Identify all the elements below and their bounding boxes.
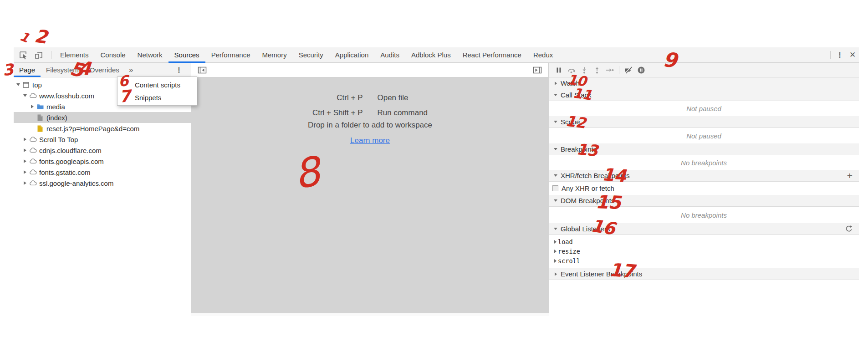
section-label: Scope (561, 118, 580, 126)
section-watch[interactable]: Watch (549, 77, 859, 89)
listener-resize[interactable]: resize (549, 246, 859, 256)
file-icon (36, 114, 45, 121)
tab-memory[interactable]: Memory (256, 47, 293, 63)
tab-security[interactable]: Security (293, 47, 329, 63)
tab-sources[interactable]: Sources (168, 47, 205, 63)
menu-item-snippets[interactable]: Snippets (117, 91, 197, 104)
more-options-icon[interactable]: ⋮ (833, 49, 846, 61)
drop-hint-text: Drop in a folder to add to workspace (308, 121, 432, 130)
expanded-arrow-icon (552, 226, 559, 232)
tab-elements[interactable]: Elements (54, 47, 95, 63)
collapsed-arrow-icon (22, 147, 28, 153)
pause-on-exceptions-icon[interactable] (635, 64, 648, 76)
section-event-listener-breakpoints[interactable]: Event Listener Breakpoints (549, 268, 859, 280)
collapsed-arrow-icon (22, 136, 28, 143)
editor-status-strip (191, 313, 549, 316)
tab-performance[interactable]: Performance (205, 47, 256, 63)
xhr-breakpoints-body: Any XHR or fetch (549, 182, 859, 195)
call-stack-body: Not paused (549, 101, 859, 116)
listener-load[interactable]: load (549, 237, 859, 246)
tree-item-index[interactable]: (index) (14, 112, 191, 123)
annotation-1: 1 (18, 30, 31, 45)
close-devtools-icon[interactable]: ✕ (846, 49, 859, 61)
device-toolbar-icon[interactable] (33, 49, 45, 61)
expanded-arrow-icon (552, 146, 559, 153)
tree-item-fonts-gstatic-com[interactable]: fonts.gstatic.com (14, 167, 191, 178)
step-out-icon[interactable] (591, 64, 603, 76)
tab-audits[interactable]: Audits (374, 47, 405, 63)
inspect-element-icon[interactable] (17, 49, 29, 61)
breakpoints-body: No breakpoints (549, 155, 859, 170)
section-label: Watch (561, 79, 580, 87)
tree-item-label: Scroll To Top (39, 136, 78, 143)
navigator-pane: top www.fosshub.com media (14, 77, 191, 316)
scope-body: Not paused (549, 128, 859, 143)
tree-item-cdnjs-cloudflare-com[interactable]: cdnjs.cloudflare.com (14, 145, 191, 156)
step-over-icon[interactable] (565, 64, 578, 76)
toolbar-divider (619, 66, 619, 74)
more-tabs-chevron-icon[interactable]: » (125, 64, 138, 76)
tree-item-ssl-google-analytics-com[interactable]: ssl.google-analytics.com (14, 178, 191, 189)
refresh-global-listeners-icon[interactable] (845, 225, 853, 233)
tab-filesystem[interactable]: Filesystem (41, 63, 84, 77)
tab-adblock-plus[interactable]: Adblock Plus (405, 47, 457, 63)
tab-console[interactable]: Console (95, 47, 132, 63)
tree-item-label: reset.js?p=HomePage&d=com (46, 125, 139, 133)
collapsed-arrow-icon (29, 103, 36, 110)
tree-item-fonts-googleapis-com[interactable]: fonts.googleapis.com (14, 156, 191, 167)
shortcut-list: Ctrl + P Open file Ctrl + Shift + P Run … (312, 90, 428, 120)
hide-navigator-icon[interactable] (196, 64, 209, 76)
section-dom-breakpoints[interactable]: DOM Breakpoints (549, 195, 859, 207)
cloud-icon (28, 169, 37, 175)
tree-item-label: ssl.google-analytics.com (39, 179, 113, 187)
sub-toolbar-row: Page Filesystem Overrides » ⋮ (14, 63, 859, 77)
section-label: Breakpoints (561, 145, 597, 153)
tree-item-label: top (32, 81, 42, 89)
shortcut-action: Run command (377, 105, 428, 120)
page: Elements Console Network Sources Perform… (0, 0, 868, 357)
tree-item-label: media (46, 103, 65, 111)
section-global-listeners[interactable]: Global Listeners (549, 223, 859, 235)
learn-more-link[interactable]: Learn more (350, 136, 390, 145)
toolbar-divider (830, 51, 831, 59)
editor-toolbar (191, 63, 549, 77)
tab-redux[interactable]: Redux (527, 47, 559, 63)
menu-item-content-scripts[interactable]: Content scripts (117, 78, 197, 91)
section-label: Global Listeners (561, 225, 610, 233)
collapsed-arrow-icon (552, 258, 558, 264)
script-file-icon (36, 125, 45, 132)
step-icon[interactable] (603, 64, 616, 76)
cloud-icon (28, 148, 37, 153)
tab-page[interactable]: Page (14, 63, 41, 77)
section-call-stack[interactable]: Call Stack (549, 89, 859, 101)
toolbar-divider (51, 51, 51, 59)
navigator-tab-bar: Page Filesystem Overrides » ⋮ (14, 63, 191, 77)
tab-application[interactable]: Application (329, 47, 374, 63)
annotation-2: 2 (33, 26, 48, 46)
tab-react-performance[interactable]: React Performance (457, 47, 527, 63)
collapsed-arrow-icon (22, 169, 28, 175)
status-text: No breakpoints (681, 211, 727, 219)
deactivate-breakpoints-icon[interactable] (622, 64, 635, 76)
tab-overrides[interactable]: Overrides (84, 63, 125, 77)
dom-breakpoints-body: No breakpoints (549, 207, 859, 223)
tree-item-reset-js[interactable]: reset.js?p=HomePage&d=com (14, 123, 191, 134)
tab-network[interactable]: Network (132, 47, 168, 63)
tree-item-label: fonts.googleapis.com (39, 158, 104, 165)
main-tab-bar: Elements Console Network Sources Perform… (54, 47, 559, 63)
collapsed-arrow-icon (22, 158, 28, 164)
listener-scroll[interactable]: scroll (549, 256, 859, 265)
any-xhr-checkbox[interactable] (552, 185, 558, 191)
status-text: Not paused (686, 132, 721, 140)
expanded-arrow-icon (552, 173, 559, 179)
section-breakpoints[interactable]: Breakpoints (549, 143, 859, 155)
show-debugger-panel-icon[interactable] (531, 64, 544, 76)
navigator-more-menu-icon[interactable]: ⋮ (173, 64, 185, 76)
add-xhr-breakpoint-icon[interactable]: + (847, 171, 853, 180)
section-scope[interactable]: Scope (549, 116, 859, 128)
section-xhr-fetch-breakpoints[interactable]: XHR/fetch Breakpoints + (549, 170, 859, 182)
step-into-icon[interactable] (578, 64, 591, 76)
tree-item-scroll-to-top[interactable]: Scroll To Top (14, 134, 191, 145)
collapsed-arrow-icon (552, 271, 559, 277)
pause-script-icon[interactable] (552, 64, 565, 76)
